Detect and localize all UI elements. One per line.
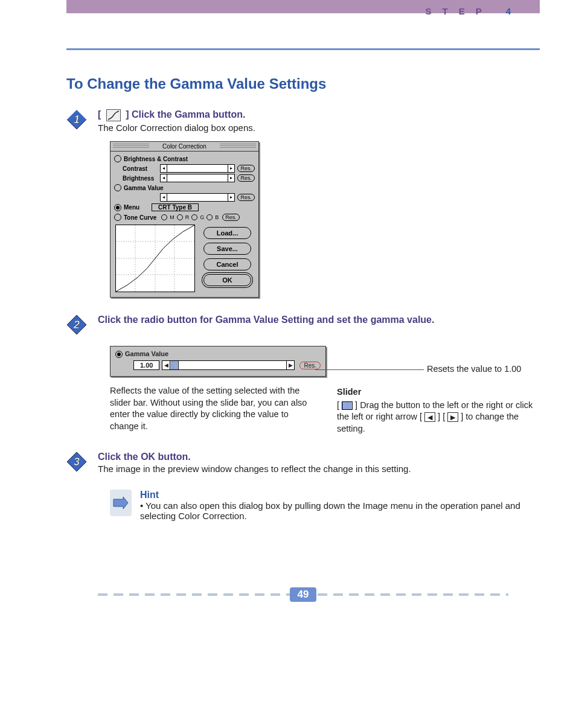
brightness-slider[interactable]: ◂▸ bbox=[160, 174, 235, 182]
tone-b-radio[interactable] bbox=[206, 214, 213, 220]
radio-gamma-value[interactable] bbox=[114, 184, 121, 191]
gamma-slider[interactable]: ◂▸ bbox=[160, 193, 235, 202]
left-arrow-icon: ◀ bbox=[424, 412, 435, 422]
value-box-note: Reflects the value of the setting select… bbox=[110, 385, 313, 435]
tone-reset-button[interactable]: Res. bbox=[222, 214, 240, 221]
slider-note-text: [ ] Drag the button to the left or the r… bbox=[337, 400, 540, 435]
gamma-value-panel: Gamma Value 1.00 ◀ ▶ Res. bbox=[110, 346, 326, 377]
gamma-slider-panel[interactable]: ◀ ▶ bbox=[162, 360, 295, 370]
slider-thumb-icon[interactable] bbox=[171, 361, 179, 369]
step3-subtext: The image in the preview window changes … bbox=[98, 464, 540, 474]
tone-g-radio[interactable] bbox=[191, 214, 197, 220]
step-number: 4 bbox=[506, 6, 522, 16]
tone-curve-graph bbox=[115, 225, 195, 292]
save-button[interactable]: Save... bbox=[203, 243, 251, 255]
dialog-title: Color Correction bbox=[110, 142, 258, 152]
step-label: STEP bbox=[426, 6, 493, 16]
ok-button[interactable]: OK bbox=[203, 274, 251, 286]
radio-gamma-value-panel[interactable] bbox=[115, 351, 123, 358]
brightness-reset-button[interactable]: Res. bbox=[237, 174, 255, 182]
step3-head: Click the OK button. bbox=[98, 452, 540, 462]
gamma-reset-button[interactable]: Res. bbox=[237, 194, 255, 201]
reset-button-callout[interactable]: Res. bbox=[299, 362, 321, 369]
header-step: STEP 4 bbox=[426, 6, 522, 16]
radio-menu[interactable] bbox=[114, 204, 121, 211]
gamma-button-icon bbox=[106, 109, 121, 121]
reset-note-text: Resets the value to 1.00 bbox=[427, 364, 521, 374]
cancel-button[interactable]: Cancel bbox=[203, 258, 251, 270]
step2-head: Click the radio button for Gamma Value S… bbox=[98, 315, 540, 325]
step1-head-suffix: ] Click the Gamma button. bbox=[126, 109, 245, 120]
step1-head-prefix: [ bbox=[98, 109, 101, 120]
load-button[interactable]: Load... bbox=[203, 227, 251, 239]
radio-brightness-contrast[interactable] bbox=[114, 155, 121, 162]
tone-m-radio[interactable] bbox=[161, 214, 167, 220]
color-correction-dialog: Color Correction Brightness & Contrast C… bbox=[110, 141, 259, 298]
crt-type-select[interactable]: CRT Type B bbox=[152, 203, 199, 211]
contrast-slider[interactable]: ◂▸ bbox=[160, 164, 235, 173]
page-title: To Change the Gamma Value Settings bbox=[66, 75, 540, 92]
svg-text:1: 1 bbox=[74, 113, 80, 126]
radio-tone-curve[interactable] bbox=[114, 214, 121, 221]
hint-title: Hint bbox=[140, 490, 540, 500]
slider-left-arrow-icon[interactable]: ◀ bbox=[162, 361, 170, 369]
step1-subtext: The Color Correction dialog box opens. bbox=[98, 123, 540, 133]
contrast-reset-button[interactable]: Res. bbox=[237, 165, 255, 172]
hint-text: • You can also open this dialog box by p… bbox=[140, 500, 540, 521]
header-rule bbox=[66, 48, 540, 50]
svg-text:3: 3 bbox=[74, 456, 80, 468]
step-2-badge: 2 bbox=[66, 315, 87, 335]
step-1-badge: 1 bbox=[66, 109, 87, 130]
svg-text:2: 2 bbox=[73, 319, 80, 331]
slider-right-arrow-icon[interactable]: ▶ bbox=[286, 361, 294, 369]
step-3-badge: 3 bbox=[66, 452, 87, 472]
tone-r-radio[interactable] bbox=[177, 214, 183, 220]
slider-note-title: Slider bbox=[337, 386, 540, 398]
hint-icon bbox=[110, 490, 132, 516]
callout-line bbox=[315, 369, 424, 370]
thumb-icon bbox=[342, 401, 353, 410]
gamma-value-input[interactable]: 1.00 bbox=[133, 360, 159, 370]
page-number: 49 bbox=[290, 587, 316, 602]
right-arrow-icon: ▶ bbox=[447, 412, 458, 422]
